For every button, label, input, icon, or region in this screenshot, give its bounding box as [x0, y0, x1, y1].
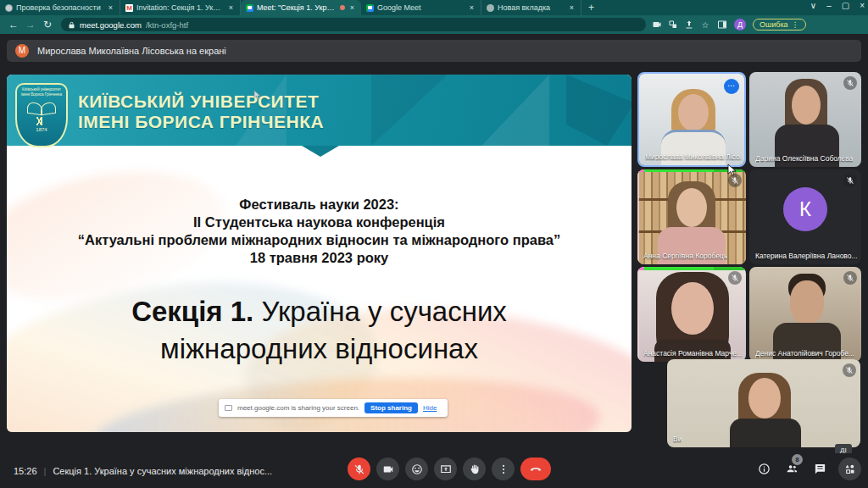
- mic-off-icon: [843, 271, 857, 285]
- lock-icon: [68, 21, 75, 29]
- participant-initial-avatar: К: [783, 187, 827, 231]
- new-tab-button[interactable]: +: [581, 0, 601, 15]
- back-icon[interactable]: ←: [5, 19, 22, 30]
- meet-icon: [366, 4, 374, 12]
- error-extension-button[interactable]: Ошибка ⋮: [753, 19, 806, 30]
- address-bar[interactable]: meet.google.com/ktn-oxfg-htf: [61, 18, 646, 31]
- mic-off-icon: [843, 76, 857, 90]
- header-pattern: [481, 75, 549, 146]
- tab-title: Invitation: Секція 1. Україна у су: [136, 3, 224, 12]
- presenting-banner: М Мирослава Миколаївна Лісовська на екра…: [7, 40, 861, 62]
- logo-year: 1874: [17, 127, 66, 132]
- stop-sharing-button[interactable]: Stop sharing: [364, 402, 418, 413]
- close-tab-icon[interactable]: ×: [227, 3, 235, 12]
- translate-icon[interactable]: [668, 19, 678, 30]
- bookmark-star-icon[interactable]: ☆: [699, 20, 711, 30]
- tab-invitation[interactable]: M Invitation: Секція 1. Україна у су ×: [120, 0, 241, 15]
- reactions-button[interactable]: [405, 458, 428, 480]
- video-artifact-edge: [637, 267, 639, 362]
- mouse-cursor: [727, 164, 737, 176]
- event-line: 18 травня 2023 року: [7, 249, 632, 267]
- self-label: Ви: [673, 435, 682, 443]
- event-line: ІІ Студентська наукова конференція: [7, 214, 632, 231]
- screen-share-notification: meet.google.com is sharing your screen. …: [219, 399, 448, 417]
- browser-menu-icon[interactable]: ∨: [810, 1, 816, 10]
- meeting-title: Секція 1. Україна у сучасних міжнародних…: [53, 466, 272, 476]
- forward-icon[interactable]: →: [22, 19, 39, 30]
- close-window-icon[interactable]: ×: [860, 1, 865, 10]
- side-panel-icon[interactable]: [717, 19, 727, 30]
- maximize-icon[interactable]: ▢: [842, 1, 849, 10]
- section-name: Україна у сучасних: [253, 296, 507, 327]
- participant-name: Денис Анатолійович Горобе...: [755, 349, 854, 358]
- meet-icon: [246, 4, 253, 12]
- presenter-cursor: [253, 90, 261, 100]
- section-name-line2: міжнародних відносинах: [7, 330, 632, 368]
- gmail-icon: M: [125, 4, 133, 12]
- mic-off-icon: [843, 363, 856, 377]
- participant-name: Дарина Олексіївна Соболєва: [755, 154, 853, 163]
- video-tile-kateryna[interactable]: К Катерина Валеріївна Ланово...: [749, 169, 861, 264]
- reload-icon[interactable]: ↻: [39, 19, 56, 30]
- url-path: /ktn-oxfg-htf: [146, 20, 188, 30]
- info-button[interactable]: [754, 460, 773, 479]
- presenter-avatar: М: [15, 44, 29, 58]
- header-notch: [302, 146, 339, 157]
- tab-title: Meet: "Секція 1. Україна у с: [257, 3, 337, 12]
- chat-button[interactable]: [810, 460, 829, 479]
- share-notice-text: meet.google.com is sharing your screen.: [237, 404, 359, 412]
- url-domain: meet.google.com: [80, 20, 142, 30]
- tab-meet-active[interactable]: Meet: "Секція 1. Україна у с ×: [241, 0, 361, 15]
- video-tile-anna[interactable]: Анна Сергіївна Коробець: [637, 169, 746, 264]
- close-tab-icon[interactable]: ×: [568, 3, 576, 12]
- browser-toolbar: ← → ↻ meet.google.com/ktn-oxfg-htf ☆ Д О…: [0, 15, 868, 34]
- profile-avatar[interactable]: Д: [734, 19, 746, 30]
- kebab-menu-icon[interactable]: ⋮: [792, 20, 799, 29]
- activities-button[interactable]: [838, 458, 861, 480]
- section-number: Секція 1.: [131, 296, 253, 327]
- tab-capture-icon[interactable]: [652, 19, 662, 30]
- globe-icon: [487, 4, 494, 12]
- mic-off-icon: [843, 174, 857, 187]
- mic-off-icon: [728, 271, 742, 285]
- close-tab-icon[interactable]: ×: [348, 3, 356, 12]
- leave-call-button[interactable]: [520, 458, 551, 480]
- present-screen-button[interactable]: [434, 458, 457, 480]
- logo-text: імені Бориса Грінченка: [17, 92, 66, 97]
- tab-title: Google Meet: [377, 3, 465, 12]
- camera-toggle-button[interactable]: [376, 458, 399, 480]
- share-icon[interactable]: [684, 19, 694, 30]
- shared-screen-slide: Київський університет імені Бориса Грінч…: [7, 75, 632, 432]
- video-tile-myroslava[interactable]: ⋯ Мирослава Миколаївна Лісо...: [637, 72, 746, 167]
- shield-icon: [5, 4, 13, 12]
- event-description: Фестиваль науки 2023: ІІ Студентська нау…: [7, 196, 632, 267]
- rays-icon: [29, 117, 54, 125]
- close-tab-icon[interactable]: ×: [468, 3, 476, 12]
- meeting-info: 15:26 | Секція 1. Україна у сучасних між…: [14, 466, 319, 476]
- tab-security-check[interactable]: Проверка безопасности ×: [0, 0, 120, 15]
- meeting-panels: 8: [754, 458, 861, 480]
- tile-options-button[interactable]: ⋯: [724, 79, 739, 94]
- university-name: КИЇВСЬКИЙ УНІВЕРСИТЕТ ІМЕНІ БОРИСА ГРІНЧ…: [78, 92, 324, 132]
- more-options-button[interactable]: [492, 458, 515, 480]
- participant-name: Мирослава Миколаївна Лісо...: [645, 152, 742, 161]
- people-button[interactable]: 8: [782, 460, 801, 479]
- participant-name: Катерина Валеріївна Ланово...: [755, 252, 858, 260]
- mic-toggle-button[interactable]: [348, 458, 370, 480]
- close-tab-icon[interactable]: ×: [107, 3, 114, 12]
- minimize-icon[interactable]: –: [826, 1, 832, 10]
- video-tile-anastasiia[interactable]: Анастасія Романівна Марче...: [637, 267, 746, 362]
- section-title: Секція 1. Україна у сучасних міжнародних…: [7, 293, 632, 368]
- video-tile-daryna[interactable]: Дарина Олексіївна Соболєва: [749, 72, 861, 167]
- participant-name: Анна Сергіївна Коробець: [643, 252, 727, 260]
- self-video-tile[interactable]: Ви: [667, 359, 860, 447]
- logo-text: Київський університет: [17, 87, 66, 92]
- raise-hand-button[interactable]: [463, 458, 486, 480]
- hide-link[interactable]: Hide: [423, 404, 437, 412]
- tab-new-tab[interactable]: Новая вкладка ×: [481, 0, 581, 15]
- participant-count-badge: 8: [792, 454, 803, 465]
- video-tile-denys[interactable]: Денис Анатолійович Горобе...: [749, 267, 861, 362]
- recording-indicator-icon: [340, 5, 345, 10]
- window-controls: ∨ – ▢ ×: [810, 1, 865, 10]
- tab-google-meet[interactable]: Google Meet ×: [361, 0, 481, 15]
